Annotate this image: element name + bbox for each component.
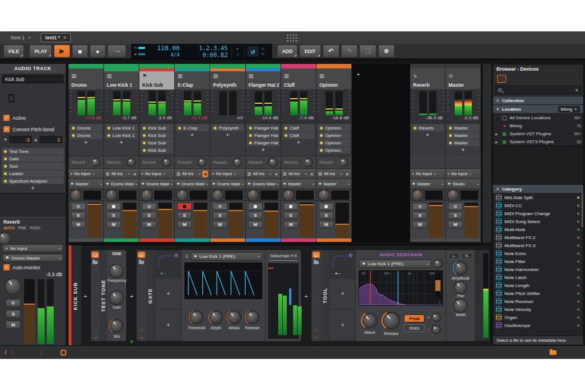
send-knob[interactable] (91, 157, 101, 167)
color-swatch[interactable] (46, 103, 51, 111)
favorite-star-icon[interactable]: ★ (576, 275, 580, 280)
automation-write-button[interactable]: ∿w (107, 45, 126, 58)
monitor-speaker-icon[interactable]: ◀ (202, 171, 208, 177)
browser-location-row[interactable]: ▶ ▦ System VST Plugins 99+ (493, 130, 583, 138)
input-select[interactable]: ▥ All ins ▾ ◀ (281, 168, 316, 179)
frequency-knob[interactable] (110, 265, 123, 277)
color-swatch[interactable] (21, 86, 26, 94)
favorite-star-icon[interactable]: ★ (576, 235, 580, 240)
record-arm-button[interactable] (448, 203, 463, 210)
solo-button[interactable]: S (319, 212, 334, 219)
device-name-vertical[interactable]: TEST TONE (101, 280, 106, 312)
color-swatch[interactable] (2, 86, 8, 94)
browser-content-tab-icon[interactable] (509, 75, 518, 83)
browser-device-row[interactable]: MIDI CC ★ (493, 201, 583, 209)
send-mode-auto[interactable]: AUTO (3, 226, 15, 230)
monitor-speaker-icon[interactable]: ◀ (344, 171, 350, 177)
attack-knob[interactable] (361, 312, 378, 329)
left-invert-button[interactable]: L- (448, 253, 459, 259)
device-enabled-dot[interactable] (249, 127, 252, 130)
automation-value-box[interactable] (83, 191, 101, 200)
pan-knob[interactable] (455, 282, 466, 293)
device-chip[interactable]: Ladder (2, 170, 64, 177)
remote-controls-icon[interactable]: ∷ (315, 329, 317, 333)
record-arm-button[interactable] (71, 203, 86, 210)
expand-arrow-icon[interactable]: ▶ (495, 132, 499, 136)
release-knob[interactable] (382, 311, 401, 330)
output-select[interactable]: ⚑ Drums Mast ▾ (104, 179, 139, 189)
input-select[interactable]: × No input ▾ (2, 244, 63, 252)
record-arm-button[interactable] (412, 203, 427, 210)
send-knob[interactable] (339, 157, 348, 167)
add-modulator-slot[interactable]: + (330, 278, 355, 309)
width-knob[interactable] (454, 300, 467, 312)
favorite-star-icon[interactable]: ★ (576, 259, 580, 264)
close-tab-icon[interactable]: × (63, 35, 66, 41)
checkbox-checked-icon[interactable]: ✓ (3, 115, 10, 121)
position-display[interactable]: 1.2.3.45 0:00.82 (182, 45, 231, 58)
track-header[interactable]: ▥ E-Clap (175, 68, 210, 90)
output-select[interactable]: ⚑ Master ▾ (69, 179, 103, 189)
record-button[interactable]: ● (90, 45, 106, 58)
device-panel-track-spine[interactable]: KICK SUB (69, 245, 81, 346)
favorite-star-icon[interactable]: ★ (576, 251, 580, 256)
color-swatch[interactable] (15, 86, 21, 94)
remove-filter-icon[interactable]: × (575, 107, 577, 112)
send-slot[interactable]: Reverb (104, 156, 139, 168)
device-chip[interactable]: Drums (70, 132, 102, 139)
monitor-speaker-icon[interactable]: ◀ (131, 171, 137, 177)
device-enabled-dot[interactable] (178, 127, 181, 130)
favorite-star-icon[interactable]: ★ (576, 211, 580, 216)
solo-button[interactable]: S (248, 212, 263, 219)
mute-button[interactable]: M (213, 221, 227, 228)
device-enabled-dot[interactable] (143, 134, 146, 137)
expand-arrow-icon[interactable]: ▶ (495, 140, 499, 144)
project-tab[interactable]: test1 * × (41, 33, 71, 42)
device-power-button[interactable] (312, 252, 320, 258)
parameter-knob[interactable] (189, 310, 204, 325)
color-swatch[interactable] (27, 86, 33, 94)
output-select[interactable]: ⚑ Drums Mast ▾ (246, 179, 281, 189)
color-swatch[interactable] (51, 86, 57, 94)
mix-knob[interactable] (109, 318, 124, 333)
insert-device-button[interactable]: + (81, 245, 90, 346)
output-select[interactable]: ⚑ Drums Mast ▾ (175, 179, 210, 189)
stop-button[interactable]: ■ (72, 45, 88, 58)
color-swatch[interactable] (33, 86, 39, 94)
browser-device-row[interactable]: MIDI Song Select ★ (493, 217, 583, 225)
device-chip[interactable]: Kick Sub (141, 139, 173, 146)
device-chip[interactable]: Tool (2, 163, 64, 169)
track-volume-knob[interactable] (6, 279, 21, 294)
track-header[interactable]: ▥ Flanger Hat 2 (246, 68, 281, 90)
color-swatch[interactable] (2, 94, 8, 102)
favorite-star-icon[interactable]: ★ (576, 203, 580, 208)
metronome-icon[interactable]: ▵ (237, 51, 239, 56)
solo-button[interactable]: S (213, 212, 227, 219)
device-chip[interactable]: Polysynth (211, 124, 244, 131)
device-panel-toggle-icon[interactable] (61, 350, 66, 355)
input-select[interactable]: × No input ▾ ◀ (69, 168, 103, 179)
input-select[interactable]: × No input ▾ ◀ (410, 168, 445, 179)
browser-device-row[interactable]: Note Receiver ★ (493, 297, 583, 305)
browser-device-row[interactable]: Note Harmonizer ★ (493, 265, 583, 273)
device-chip[interactable]: Kick Sub (141, 124, 173, 131)
device-chip[interactable]: Kick Sub (141, 132, 173, 139)
color-swatch[interactable] (39, 94, 45, 102)
track-header[interactable]: ↳ Reverb (410, 68, 445, 90)
favorite-star-icon[interactable]: ★ (576, 267, 580, 272)
browser-device-row[interactable]: Multiband FX-3 ★ (493, 241, 583, 249)
device-chip[interactable]: Flanger Hat 2 (247, 139, 279, 146)
close-tab-icon[interactable]: × (28, 35, 31, 41)
project-folder-icon[interactable] (550, 350, 556, 355)
favorite-star-icon[interactable]: ★ (576, 323, 580, 328)
device-chip[interactable]: Reverb (411, 124, 444, 131)
record-arm-button[interactable] (213, 203, 227, 210)
browser-device-row[interactable]: Oscilloscope ★ (493, 321, 583, 329)
sidechain-source-select[interactable]: ⚑ Low Kick 1 (PRE) ▾ (191, 252, 263, 261)
record-arm-button[interactable] (319, 203, 334, 210)
device-chip[interactable]: Flanger Hat 2 (247, 124, 279, 131)
location-section-header[interactable]: ≡ Location Bitwig × (493, 104, 583, 113)
time-signature[interactable]: 4/4 (149, 52, 180, 58)
add-device-button[interactable]: + (105, 139, 138, 146)
volume-fader[interactable] (123, 203, 137, 237)
